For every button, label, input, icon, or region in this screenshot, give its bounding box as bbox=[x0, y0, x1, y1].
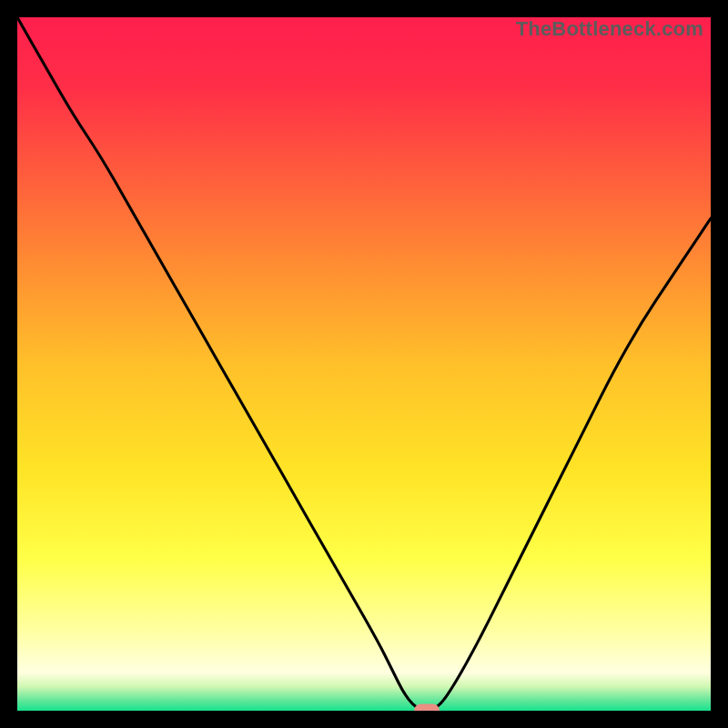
optimal-marker bbox=[414, 704, 440, 712]
plot-area: TheBottleneck.com bbox=[17, 17, 711, 711]
bottleneck-curve bbox=[17, 17, 711, 711]
chart-container: { "watermark": "TheBottleneck.com", "col… bbox=[0, 0, 728, 728]
watermark: TheBottleneck.com bbox=[516, 17, 703, 41]
